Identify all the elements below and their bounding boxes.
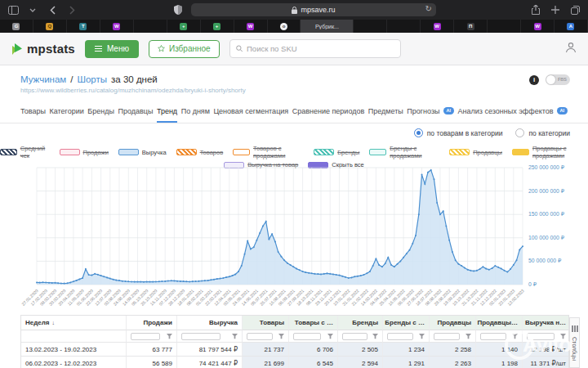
address-bar[interactable]: mpsave.ru ↻ (191, 3, 436, 16)
column-header[interactable]: Бренды с … (382, 316, 429, 330)
search-box[interactable] (229, 39, 401, 58)
tabs-overview-icon[interactable] (568, 3, 581, 16)
legend-item[interactable]: Продажи (60, 145, 109, 159)
browser-tab[interactable] (488, 20, 521, 33)
browser-tab[interactable]: T (67, 20, 100, 33)
legend-item[interactable]: Выручка (118, 145, 167, 159)
browser-tab[interactable]: + (201, 20, 234, 33)
filter-funnel-icon[interactable] (419, 334, 425, 339)
filter-input[interactable] (387, 333, 413, 340)
legend-item[interactable]: Продавцы с продажами (512, 145, 588, 159)
filter-funnel-icon[interactable] (466, 334, 471, 339)
column-header[interactable]: Продавцы (429, 316, 475, 330)
table-cell: 21 699 (242, 357, 288, 368)
sidebar-toggle-icon[interactable] (7, 3, 20, 16)
table-cell: 2 594 (337, 357, 382, 368)
table-cell: 1 140 (475, 343, 522, 357)
columns-panel-tab[interactable]: Столбцы (569, 317, 580, 368)
breadcrumb-link-subcategory[interactable]: Шорты (77, 74, 107, 84)
legend-swatch (449, 149, 470, 155)
tab-тренд[interactable]: Тренд (157, 101, 177, 123)
sort-icon[interactable]: ↓ (52, 320, 56, 325)
column-header[interactable]: Продавцы… (475, 316, 522, 330)
filter-input[interactable] (181, 333, 220, 340)
tab-предметы[interactable]: Предметы (368, 101, 403, 123)
filter-input[interactable] (434, 333, 460, 340)
favorites-button[interactable]: Избранное (149, 40, 220, 58)
shield-icon[interactable] (172, 3, 185, 16)
filter-funnel-icon[interactable] (512, 334, 518, 339)
radio-option-0[interactable]: по товарам в категории (414, 128, 503, 137)
legend-swatch (60, 149, 80, 155)
tab-по-дням[interactable]: По дням (181, 101, 210, 123)
tab-сравнение-периодов[interactable]: Сравнение периодов (292, 101, 365, 123)
tab-прогнозы[interactable]: ПрогнозыAI (407, 101, 454, 123)
legend-item[interactable]: Средний чек (0, 145, 50, 159)
radio-selected-icon[interactable] (414, 128, 423, 137)
tab-label: Бренды (87, 107, 114, 115)
browser-tab-active[interactable]: Рубрик... (301, 20, 354, 33)
browser-tab[interactable]: Q (33, 20, 67, 33)
browser-tab[interactable]: W (421, 20, 454, 33)
reload-icon[interactable]: ↻ (425, 4, 432, 13)
tab-анализ-сезонных-эффектов[interactable]: Анализ сезонных эффектовAI (458, 101, 568, 123)
radio-option-1[interactable]: по категории (515, 128, 570, 137)
legend-item[interactable]: Бренды с продажами (369, 145, 439, 159)
browser-tab[interactable] (387, 20, 421, 33)
browser-tab[interactable]: П (454, 20, 488, 33)
browser-tab[interactable]: o (268, 20, 301, 33)
browser-tab[interactable]: W (234, 20, 268, 33)
filter-funnel-icon[interactable] (372, 334, 378, 339)
filter-funnel-icon[interactable] (232, 334, 238, 339)
table-cell: 6 545 (288, 357, 337, 368)
column-header[interactable]: Выручка (176, 316, 242, 330)
info-icon[interactable]: i (529, 75, 539, 85)
tab-товары[interactable]: Товары (20, 101, 46, 123)
browser-tab[interactable]: W (521, 20, 555, 33)
menu-button[interactable]: Меню (85, 40, 139, 58)
new-tab-icon[interactable] (549, 3, 562, 16)
tab-продавцы[interactable]: Продавцы (118, 101, 153, 123)
column-header[interactable]: Товары (242, 316, 288, 330)
filter-input[interactable] (247, 333, 273, 340)
radio-unselected-icon[interactable] (515, 128, 524, 137)
browser-tab[interactable] (354, 20, 387, 33)
tab-категории[interactable]: Категории (50, 101, 84, 123)
tab-бренды[interactable]: Бренды (87, 101, 114, 123)
legend-item[interactable]: Товаров с продажами (233, 145, 304, 159)
weeks-table: Неделя↓ПродажиВыручкаТоварыТовары с …Бре… (20, 315, 569, 368)
user-icon[interactable] (565, 42, 577, 56)
share-icon[interactable] (529, 3, 542, 16)
browser-tab[interactable]: A (555, 20, 588, 33)
search-input[interactable] (247, 44, 394, 53)
filter-funnel-icon[interactable] (167, 334, 172, 339)
filter-input[interactable] (342, 333, 368, 340)
breadcrumb-link-category[interactable]: Мужчинам (20, 74, 66, 84)
filter-funnel-icon[interactable] (560, 334, 566, 339)
filter-input[interactable] (527, 333, 555, 340)
filter-funnel-icon[interactable] (327, 334, 333, 339)
legend-item[interactable]: Товаров (176, 145, 224, 159)
filter-input[interactable] (480, 333, 506, 340)
legend-item[interactable]: Продавцы (449, 145, 502, 159)
forward-icon[interactable] (65, 3, 78, 16)
browser-tab[interactable]: G (0, 20, 33, 33)
filter-funnel-icon[interactable] (278, 334, 284, 339)
fbs-toggle[interactable]: FBS (546, 74, 570, 85)
source-url-link[interactable]: https://www.wildberries.ru/catalog/muzhc… (20, 87, 588, 94)
legend-item[interactable]: Бренды (314, 145, 359, 159)
column-header[interactable]: Продажи (126, 316, 176, 330)
mpstats-logo[interactable]: mpstats (11, 42, 75, 56)
column-header[interactable]: Выручка н… (522, 316, 569, 330)
column-header[interactable]: Товары с … (288, 316, 337, 330)
browser-tab[interactable]: + (167, 20, 201, 33)
browser-tab[interactable]: W (100, 20, 134, 33)
column-header[interactable]: Бренды (337, 316, 382, 330)
column-header[interactable]: Неделя↓ (21, 316, 126, 330)
browser-tab[interactable] (134, 20, 167, 33)
tab-ценовая-сегментация[interactable]: Ценовая сегментация (213, 101, 288, 123)
back-icon[interactable] (46, 3, 59, 16)
chevron-down-icon[interactable] (26, 3, 39, 16)
filter-input[interactable] (131, 333, 160, 340)
filter-input[interactable] (293, 333, 321, 340)
